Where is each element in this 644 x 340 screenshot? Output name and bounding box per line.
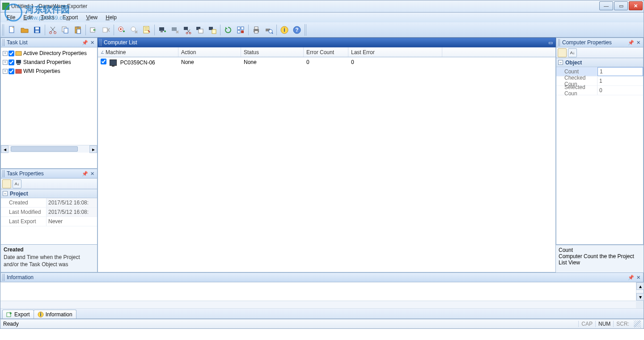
copy-button[interactable] — [59, 24, 71, 36]
task-add-button[interactable] — [116, 24, 127, 36]
computer-props-grid: −Object Count1 Checked Coun1 Selected Co… — [556, 58, 644, 245]
scroll-down-icon[interactable]: ▾ — [636, 293, 644, 301]
menu-bar: File Edit Tasks Export View Help — [0, 13, 644, 22]
machine-cut-button[interactable] — [182, 24, 193, 36]
tree-hscrollbar[interactable]: ◂ ▸ — [1, 145, 97, 153]
properties-button[interactable] — [141, 24, 153, 36]
expand-icon[interactable]: + — [3, 69, 8, 74]
close-panel-icon[interactable]: ✕ — [89, 39, 95, 46]
paste-button[interactable] — [72, 24, 84, 36]
computer-list-body: PC0359CN-06 None None 0 0 — [97, 57, 556, 272]
menu-file[interactable]: File — [3, 13, 19, 21]
tree-item-ad[interactable]: + Active Directory Properties — [1, 49, 97, 58]
prop-row-selected[interactable]: Selected Coun0 — [556, 86, 643, 95]
help-button[interactable]: ? — [291, 24, 303, 36]
machine-copy-button[interactable] — [194, 24, 206, 36]
tree-item-std[interactable]: + Standard Properties — [1, 58, 97, 67]
information-panel: Information 📌 ✕ ▴ ▾ Export i Information — [0, 272, 644, 319]
scrl-indicator: SCR: — [613, 321, 632, 327]
tab-export[interactable]: Export — [2, 310, 34, 319]
pin-icon[interactable]: 📌 — [628, 39, 634, 46]
svg-point-15 — [131, 27, 136, 31]
categorized-button[interactable] — [2, 179, 11, 188]
export-stop-button[interactable] — [100, 24, 112, 36]
scroll-left-icon[interactable]: ◂ — [1, 145, 8, 153]
col-machine[interactable]: Machine — [98, 47, 178, 57]
pin-icon[interactable]: 📌 — [82, 39, 88, 46]
new-button[interactable] — [6, 24, 18, 36]
prop-row-modified[interactable]: Last Modified2017/5/12 16:08: — [1, 208, 97, 217]
menu-export[interactable]: Export — [59, 13, 82, 21]
pin-icon[interactable]: 📌 — [82, 170, 88, 177]
computer-props-description: Count Computer Count the the Project Lis… — [556, 245, 644, 272]
tab-information[interactable]: i Information — [34, 310, 76, 319]
svg-text:i: i — [284, 27, 285, 33]
close-panel-icon[interactable]: ✕ — [635, 39, 641, 46]
refresh-button[interactable] — [222, 24, 234, 36]
prop-row-lastexport[interactable]: Last ExportNever — [1, 217, 97, 226]
tab-label: Export — [14, 311, 30, 318]
info-vscrollbar[interactable]: ▴ ▾ — [636, 282, 644, 301]
col-error-count[interactable]: Error Count — [304, 47, 348, 57]
maximize-button[interactable]: ▭ — [614, 1, 628, 10]
export-icon — [6, 311, 13, 318]
toolbar-grip[interactable] — [2, 24, 5, 36]
window-position-icon[interactable]: ▭ — [547, 39, 554, 46]
svg-rect-30 — [241, 30, 244, 33]
scroll-thumb[interactable] — [11, 146, 78, 152]
menu-edit[interactable]: Edit — [20, 13, 36, 21]
scroll-right-icon[interactable]: ▸ — [89, 145, 97, 153]
pin-icon[interactable]: 📌 — [628, 274, 634, 280]
task-remove-button[interactable] — [128, 24, 140, 36]
expand-icon[interactable]: + — [3, 51, 8, 56]
prop-category[interactable]: −Project — [1, 189, 97, 198]
menu-help[interactable]: Help — [102, 13, 120, 21]
open-button[interactable] — [19, 24, 30, 36]
tree-checkbox[interactable] — [8, 51, 14, 56]
row-checkbox[interactable] — [101, 59, 106, 64]
export-run-button[interactable] — [88, 24, 99, 36]
scroll-up-icon[interactable]: ▴ — [636, 282, 644, 290]
task-props-grid: −Project Created2017/5/12 16:08: Last Mo… — [0, 189, 97, 245]
svg-rect-2 — [35, 27, 39, 30]
tree-checkbox[interactable] — [8, 60, 14, 65]
print-preview-button[interactable] — [263, 24, 275, 36]
expand-icon[interactable]: + — [3, 60, 8, 65]
menu-tasks[interactable]: Tasks — [37, 13, 58, 21]
close-panel-icon[interactable]: ✕ — [635, 274, 641, 280]
tree-checkbox[interactable] — [8, 68, 14, 74]
menu-view[interactable]: View — [82, 13, 101, 21]
close-panel-icon[interactable]: ✕ — [89, 170, 95, 177]
machine-list-button[interactable] — [207, 24, 218, 36]
print-button[interactable] — [250, 24, 262, 36]
svg-rect-40 — [16, 51, 21, 55]
col-status[interactable]: Status — [241, 47, 304, 57]
tree-item-wmi[interactable]: + WMI Properties — [1, 67, 97, 76]
info-hscrollbar[interactable] — [0, 301, 636, 308]
col-last-error[interactable]: Last Error — [348, 47, 442, 57]
save-button[interactable] — [31, 24, 43, 36]
close-button[interactable]: ✕ — [629, 1, 643, 10]
computer-row[interactable]: PC0359CN-06 None None 0 0 — [98, 57, 555, 67]
machine-remove-button[interactable] — [169, 24, 181, 36]
task-list-tree: + Active Directory Properties + Standard… — [0, 47, 97, 169]
cell-last-error: 0 — [348, 59, 442, 65]
categorized-button[interactable] — [558, 48, 567, 57]
svg-rect-18 — [161, 31, 163, 32]
alphabetical-button[interactable]: A↓ — [568, 48, 577, 57]
svg-rect-7 — [64, 28, 68, 33]
machine-add-button[interactable] — [157, 24, 168, 36]
prop-row-created[interactable]: Created2017/5/12 16:08: — [1, 198, 97, 208]
alphabetical-button[interactable]: A↓ — [13, 179, 21, 188]
machine-name: PC0359CN-06 — [120, 60, 155, 66]
about-button[interactable]: i — [279, 24, 290, 36]
prop-category[interactable]: −Object — [556, 58, 643, 67]
col-action[interactable]: Action — [178, 47, 241, 57]
resize-grip-icon[interactable] — [634, 320, 641, 327]
minimize-button[interactable]: — — [599, 1, 613, 10]
information-header: Information 📌 ✕ — [0, 272, 644, 282]
svg-rect-32 — [254, 27, 258, 29]
cut-button[interactable] — [47, 24, 59, 36]
toolbar-grip-end[interactable] — [305, 24, 307, 36]
select-all-button[interactable] — [235, 24, 246, 36]
